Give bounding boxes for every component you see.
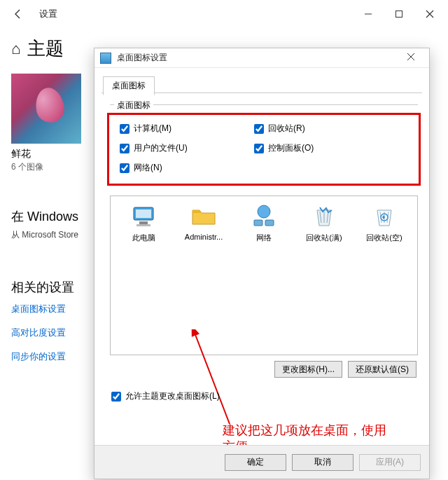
ok-button[interactable]: 确定 [225,454,286,471]
back-button[interactable] [3,3,34,25]
dialog-title: 桌面图标设置 [117,52,167,64]
icon-item-network[interactable]: 网络 [234,202,294,243]
settings-titlebar: 设置 [0,0,448,28]
svg-rect-3 [136,210,151,218]
recycle-full-icon [310,202,338,230]
group-title: 桌面图标 [114,100,153,111]
dialog-icon [100,53,111,64]
svg-rect-7 [254,220,262,226]
checkbox-recycle-bin-input[interactable] [254,124,264,134]
checkbox-recycle-bin[interactable]: 回收站(R) [254,123,305,135]
minimize-button[interactable] [353,3,384,25]
svg-rect-8 [265,220,274,226]
icon-label-admin: Administr... [176,233,232,241]
dialog-titlebar: 桌面图标设置 [94,48,429,68]
svg-line-10 [195,333,230,424]
tab-desktop-icons[interactable]: 桌面图标 [103,76,155,95]
icon-item-recycle-full[interactable]: 回收站(满) [294,202,354,243]
icon-label-recycle-empty: 回收站(空) [356,233,412,243]
checkbox-network-label: 网络(N) [134,162,162,174]
cancel-button[interactable]: 取消 [292,454,354,471]
checkbox-recycle-bin-label: 回收站(R) [268,123,305,135]
icon-preview-well: 此电脑 Administr... 网络 回收站(满) [110,196,418,355]
checkbox-control-panel-label: 控制面板(O) [268,142,314,154]
icon-item-recycle-empty[interactable]: 回收站(空) [354,202,414,243]
checkbox-user-files[interactable]: 用户的文件(U) [120,142,188,154]
tab-strip: 桌面图标 [102,74,422,93]
apply-button[interactable]: 应用(A) [359,454,421,471]
allow-theme-change-input[interactable] [111,392,121,402]
dialog-close-button[interactable] [397,53,425,63]
icon-item-this-pc[interactable]: 此电脑 [113,202,174,243]
checkbox-control-panel[interactable]: 控制面板(O) [254,142,314,154]
theme-thumbnail[interactable] [11,74,81,144]
checkbox-user-files-label: 用户的文件(U) [134,142,188,154]
svg-rect-5 [136,224,150,226]
icon-label-recycle-full: 回收站(满) [296,233,352,243]
checkbox-computer-label: 计算机(M) [134,123,172,135]
annotation-arrow [188,329,237,427]
checkbox-control-panel-input[interactable] [254,144,264,153]
window-title: 设置 [39,8,57,20]
restore-default-button[interactable]: 还原默认值(S) [348,361,416,378]
checkbox-computer[interactable]: 计算机(M) [120,123,172,135]
home-icon[interactable]: ⌂ [11,40,20,58]
close-button[interactable] [414,3,445,25]
svg-point-6 [258,205,270,218]
page-title: 主题 [27,36,64,61]
checkbox-network[interactable]: 网络(N) [120,162,162,174]
computer-icon [130,202,158,230]
icon-label-this-pc: 此电脑 [115,233,172,243]
icon-buttons-row: 更改图标(H)... 还原默认值(S) [94,361,416,378]
icon-label-network: 网络 [236,233,292,243]
network-icon [250,202,278,230]
checkbox-user-files-input[interactable] [120,144,130,153]
checkbox-computer-input[interactable] [120,124,130,134]
svg-rect-1 [396,11,402,18]
icon-item-admin[interactable]: Administr... [174,202,234,243]
recycle-empty-icon [370,202,398,230]
allow-theme-change-label: 允许主题更改桌面图标(L) [125,390,220,402]
allow-theme-change-checkbox[interactable]: 允许主题更改桌面图标(L) [111,390,220,402]
checkbox-network-input[interactable] [120,163,130,173]
dialog-footer: 确定 取消 应用(A) [94,445,429,479]
change-icon-button[interactable]: 更改图标(H)... [274,361,342,378]
desktop-icon-settings-dialog: 桌面图标设置 桌面图标 桌面图标 计算机(M) 用户的文件(U) 网络(N) 回… [94,48,430,479]
svg-rect-4 [139,221,148,224]
maximize-button[interactable] [384,3,414,25]
user-folder-icon [190,202,218,230]
